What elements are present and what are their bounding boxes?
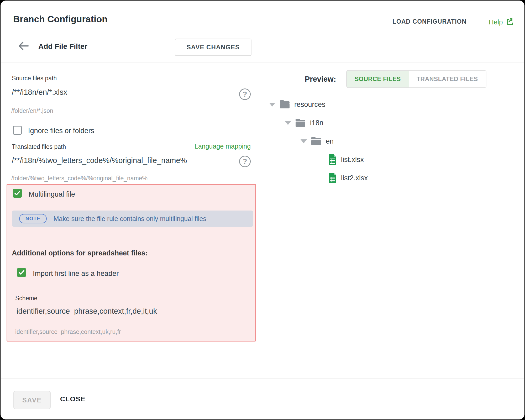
tree-item-resources[interactable]: resources [269,98,326,111]
spreadsheet-file-icon [328,173,337,183]
tree-item-label: en [326,137,334,145]
source-files-path-hint: /folder/en/*.json [11,107,53,114]
ignore-files-checkbox[interactable] [13,126,22,135]
tree-item-label: i18n [310,119,323,127]
save-button[interactable]: SAVE [13,391,51,409]
page-title: Branch Configuration [13,14,108,24]
help-link-label: Help [489,18,503,26]
close-button[interactable]: CLOSE [60,395,86,403]
preview-toggle-group: SOURCE FILES TRANSLATED FILES [346,70,486,88]
source-files-path-input[interactable]: /**/i18n/en/*.xlsx [12,88,67,97]
folder-icon [280,100,290,109]
scheme-label: Scheme [15,295,37,302]
tree-item-list-xlsx[interactable]: list.xlsx [328,154,364,166]
translated-files-path-label: Translated files path [12,143,66,150]
source-path-underline [11,101,254,101]
note-badge: NOTE [19,214,47,223]
translated-path-underline [11,169,254,169]
import-first-line-checkbox-label: Import first line as a header [33,270,119,278]
preview-label: Preview: [305,75,336,83]
tab-source-files[interactable]: SOURCE FILES [347,71,409,87]
help-link[interactable]: Help [489,18,513,27]
checkmark-icon [14,190,21,197]
multilingual-file-checkbox-label: Multilingual file [29,190,75,198]
checkmark-icon [18,269,25,276]
multilingual-file-checkbox[interactable] [13,189,22,198]
import-first-line-checkbox[interactable] [17,268,26,277]
language-mapping-link[interactable]: Language mapping [195,143,251,150]
note-banner: NOTE Make sure the file rule contains on… [12,211,253,227]
spreadsheet-file-icon [328,154,337,165]
folder-icon [295,119,306,127]
tree-item-label: resources [294,101,326,109]
branch-configuration-dialog: Branch Configuration LOAD CONFIGURATION … [1,1,524,419]
multilingual-highlight-region [7,184,256,342]
note-text: Make sure the file rule contains only mu… [54,215,206,223]
header-divider [1,62,524,62]
scheme-hint: identifier,source_phrase,context,uk,ru,f… [15,328,121,335]
spreadsheet-options-title: Additional options for spreadsheet files… [12,249,148,257]
tree-item-i18n[interactable]: i18n [285,117,323,129]
chevron-down-icon[interactable] [285,121,291,125]
footer-divider [1,378,524,379]
external-link-icon [506,18,513,27]
tab-translated-files[interactable]: TRANSLATED FILES [409,71,486,87]
back-arrow-button[interactable] [17,40,30,52]
chevron-down-icon[interactable] [269,103,275,107]
tree-item-label: list.xlsx [341,156,364,164]
scheme-input[interactable]: identifier,source_phrase,context,fr,de,i… [17,307,157,316]
translated-files-path-hint: /folder/%two_letters_code%/%original_fil… [11,175,148,182]
tree-item-en[interactable]: en [301,135,334,147]
tree-item-list2-xlsx[interactable]: list2.xlsx [328,172,368,184]
ignore-files-checkbox-label: Ignore files or folders [28,127,94,135]
chevron-down-icon[interactable] [301,139,307,143]
load-configuration-button[interactable]: LOAD CONFIGURATION [392,18,466,25]
translated-path-help-icon[interactable]: ? [239,156,251,167]
subpage-title: Add File Filter [38,42,87,51]
save-changes-button[interactable]: SAVE CHANGES [175,39,251,56]
source-path-help-icon[interactable]: ? [239,88,251,100]
source-files-path-label: Source files path [12,75,57,82]
scheme-underline [15,320,254,320]
tree-item-label: list2.xlsx [341,174,368,182]
translated-files-path-input[interactable]: /**/i18n/%two_letters_code%/%original_fi… [12,156,187,165]
folder-icon [311,137,322,145]
